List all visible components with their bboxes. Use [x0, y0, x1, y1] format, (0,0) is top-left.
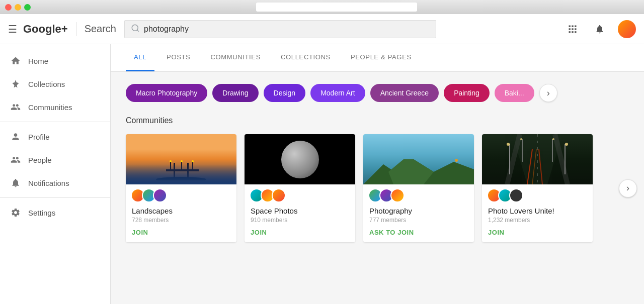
sidebar-item-notifications-label: Notifications: [28, 179, 69, 187]
svg-point-35: [552, 138, 554, 140]
svg-line-27: [555, 134, 568, 184]
svg-point-31: [565, 143, 568, 146]
main-layout: Home Collections Communities Profile Pe: [0, 44, 644, 304]
tab-posts[interactable]: POSTS: [158, 44, 198, 71]
community-card-landscapes: Landscapes 728 members JOIN: [126, 134, 236, 242]
svg-line-1: [137, 30, 138, 31]
card-action-space[interactable]: JOIN: [251, 229, 349, 236]
card-action-landscapes[interactable]: JOIN: [132, 229, 230, 236]
community-card-photo-lovers: Photo Lovers Unite! 1,232 members JOIN: [482, 134, 593, 242]
pill-ancient-greece[interactable]: Ancient Greece: [370, 84, 439, 102]
svg-rect-3: [572, 25, 573, 27]
sidebar-item-profile[interactable]: Profile: [0, 125, 110, 148]
tab-collections[interactable]: COLLECTIONS: [273, 44, 339, 71]
search-label: Search: [85, 23, 116, 35]
card-image-landscapes: [126, 134, 236, 184]
tab-communities[interactable]: COMMUNITIES: [202, 44, 269, 71]
card-title-photo-lovers: Photo Lovers Unite!: [488, 207, 587, 215]
close-button[interactable]: [5, 4, 12, 11]
svg-rect-11: [174, 163, 175, 180]
sidebar-item-settings[interactable]: Settings: [0, 201, 110, 224]
url-bar[interactable]: [256, 3, 417, 12]
pill-design[interactable]: Design: [264, 84, 306, 102]
sidebar-item-collections[interactable]: Collections: [0, 72, 110, 95]
card-body-photography: Photography 777 members ASK TO JOIN: [363, 202, 474, 242]
card-title-landscapes: Landscapes: [132, 207, 230, 215]
card-members-landscapes: 728 members: [132, 217, 230, 224]
sidebar-item-people[interactable]: People: [0, 148, 110, 171]
svg-rect-8: [569, 31, 571, 33]
sidebar-divider-2: [0, 197, 110, 198]
moon-shape: [281, 141, 319, 178]
community-card-space-photos: Space Photos 910 members JOIN: [245, 134, 355, 242]
card-action-photography[interactable]: ASK TO JOIN: [369, 229, 468, 236]
mini-avatar: [509, 188, 523, 202]
sidebar-item-people-label: People: [28, 156, 52, 164]
svg-point-20: [156, 177, 206, 180]
sidebar-item-home[interactable]: Home: [0, 49, 110, 72]
notification-bell-icon[interactable]: [591, 20, 609, 38]
card-body-space: Space Photos 910 members JOIN: [245, 202, 355, 242]
main-content: ALL POSTS COMMUNITIES COLLECTIONS PEOPLE…: [111, 44, 644, 304]
communities-icon: [10, 102, 21, 113]
sidebar-item-communities[interactable]: Communities: [0, 95, 110, 119]
pill-macro-photography[interactable]: Macro Photography: [126, 84, 207, 102]
sidebar: Home Collections Communities Profile Pe: [0, 44, 111, 304]
people-icon: [10, 154, 21, 165]
mini-avatar: [153, 188, 167, 202]
logo: Google+: [23, 23, 68, 36]
hamburger-menu[interactable]: ☰: [8, 23, 17, 35]
svg-point-17: [170, 160, 172, 162]
notifications-icon: [10, 177, 21, 188]
mountain-svg: [363, 154, 474, 184]
community-cards-row: Landscapes 728 members JOIN: [126, 134, 629, 242]
pills-next-button[interactable]: ›: [539, 84, 557, 102]
search-icon: [131, 24, 140, 35]
search-box: [124, 20, 436, 38]
pill-baking[interactable]: Baki...: [495, 84, 534, 102]
titlebar: [0, 0, 644, 14]
svg-rect-13: [166, 169, 199, 171]
collections-icon: [10, 78, 21, 89]
card-avatars-landscapes: [126, 184, 236, 202]
sidebar-item-notifications[interactable]: Notifications: [0, 171, 110, 194]
apps-icon[interactable]: [564, 20, 582, 38]
card-avatars-space: [245, 184, 355, 202]
svg-point-33: [520, 138, 522, 140]
nav-right: [564, 20, 636, 38]
maximize-button[interactable]: [24, 4, 31, 11]
search-input[interactable]: [144, 25, 430, 34]
card-avatars-photography: [363, 184, 474, 202]
tab-all[interactable]: ALL: [126, 44, 154, 71]
svg-line-26: [507, 134, 520, 184]
svg-point-0: [132, 25, 138, 31]
pill-drawing[interactable]: Drawing: [212, 84, 258, 102]
svg-rect-10: [575, 31, 576, 33]
pill-modern-art[interactable]: Modern Art: [310, 84, 365, 102]
sidebar-item-collections-label: Collections: [28, 80, 65, 88]
svg-point-29: [507, 143, 510, 146]
tab-people-pages[interactable]: PEOPLE & PAGES: [343, 44, 420, 71]
sidebar-item-profile-label: Profile: [28, 133, 50, 141]
pill-painting[interactable]: Painting: [444, 84, 490, 102]
cards-next-button[interactable]: ›: [619, 179, 637, 197]
sidebar-item-settings-label: Settings: [28, 209, 55, 217]
minimize-button[interactable]: [15, 4, 21, 11]
card-action-photo-lovers[interactable]: JOIN: [488, 229, 587, 236]
card-title-photography: Photography: [369, 207, 468, 215]
community-card-photography: Photography 777 members ASK TO JOIN: [363, 134, 474, 242]
sidebar-item-home-label: Home: [28, 57, 48, 65]
sidebar-divider: [0, 122, 110, 122]
card-members-space: 910 members: [251, 217, 349, 224]
search-tabs: ALL POSTS COMMUNITIES COLLECTIONS PEOPLE…: [111, 44, 644, 72]
svg-rect-9: [572, 31, 573, 33]
svg-rect-6: [572, 28, 573, 30]
profile-icon: [10, 131, 21, 142]
svg-point-23: [455, 159, 458, 162]
card-title-space: Space Photos: [251, 207, 349, 215]
mini-avatar: [390, 188, 405, 202]
content-area: Macro Photography Drawing Design Modern …: [111, 72, 644, 254]
svg-rect-4: [575, 25, 576, 27]
svg-rect-16: [192, 161, 193, 170]
avatar[interactable]: [618, 20, 636, 38]
